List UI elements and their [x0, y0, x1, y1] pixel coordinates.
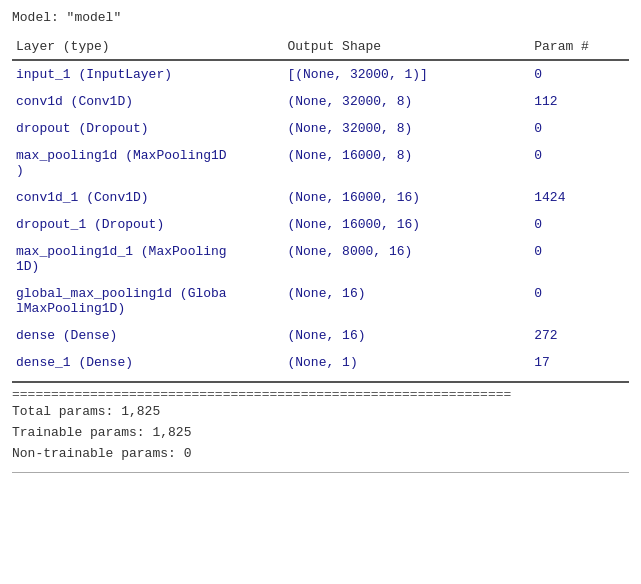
table-row: max_pooling1d_1 (MaxPooling 1D)(None, 80… — [12, 239, 629, 279]
table-row: max_pooling1d (MaxPooling1D )(None, 1600… — [12, 143, 629, 183]
table-row: dropout (Dropout)(None, 32000, 8)0 — [12, 116, 629, 141]
cell-param: 0 — [530, 281, 629, 321]
cell-output: (None, 16000, 8) — [283, 143, 530, 183]
table-row: input_1 (InputLayer)[(None, 32000, 1)]0 — [12, 62, 629, 87]
cell-output: (None, 32000, 8) — [283, 89, 530, 114]
cell-param: 112 — [530, 89, 629, 114]
cell-layer: conv1d (Conv1D) — [12, 89, 283, 114]
cell-output: (None, 16000, 16) — [283, 185, 530, 210]
cell-output: (None, 16000, 16) — [283, 212, 530, 237]
summary-section: ========================================… — [12, 381, 629, 464]
model-table: Layer (type) Output Shape Param # input_… — [12, 35, 629, 375]
table-row: conv1d (Conv1D)(None, 32000, 8)112 — [12, 89, 629, 114]
cell-layer: dense_1 (Dense) — [12, 350, 283, 375]
cell-param: 0 — [530, 212, 629, 237]
table-row: global_max_pooling1d (Globa lMaxPooling1… — [12, 281, 629, 321]
summary-separator-top: ========================================… — [12, 387, 629, 402]
cell-layer: global_max_pooling1d (Globa lMaxPooling1… — [12, 281, 283, 321]
table-row: dense (Dense)(None, 16)272 — [12, 323, 629, 348]
cell-output: (None, 1) — [283, 350, 530, 375]
cell-output: (None, 8000, 16) — [283, 239, 530, 279]
cell-layer: input_1 (InputLayer) — [12, 62, 283, 87]
cell-layer: max_pooling1d (MaxPooling1D ) — [12, 143, 283, 183]
cell-layer: dense (Dense) — [12, 323, 283, 348]
cell-param: 0 — [530, 143, 629, 183]
cell-param: 0 — [530, 239, 629, 279]
cell-param: 1424 — [530, 185, 629, 210]
cell-layer: dropout (Dropout) — [12, 116, 283, 141]
trainable-params: Trainable params: 1,825 — [12, 423, 629, 444]
bottom-separator — [12, 472, 629, 473]
cell-output: (None, 32000, 8) — [283, 116, 530, 141]
cell-param: 272 — [530, 323, 629, 348]
total-params: Total params: 1,825 — [12, 402, 629, 423]
table-row: dropout_1 (Dropout)(None, 16000, 16)0 — [12, 212, 629, 237]
table-row: conv1d_1 (Conv1D)(None, 16000, 16)1424 — [12, 185, 629, 210]
table-header-row: Layer (type) Output Shape Param # — [12, 35, 629, 58]
cell-layer: max_pooling1d_1 (MaxPooling 1D) — [12, 239, 283, 279]
cell-param: 0 — [530, 62, 629, 87]
non-trainable-params: Non-trainable params: 0 — [12, 444, 629, 465]
header-layer: Layer (type) — [12, 35, 283, 58]
cell-output: (None, 16) — [283, 323, 530, 348]
cell-param: 17 — [530, 350, 629, 375]
cell-layer: conv1d_1 (Conv1D) — [12, 185, 283, 210]
cell-output: (None, 16) — [283, 281, 530, 321]
model-title: Model: "model" — [12, 10, 629, 25]
header-output: Output Shape — [283, 35, 530, 58]
cell-output: [(None, 32000, 1)] — [283, 62, 530, 87]
cell-layer: dropout_1 (Dropout) — [12, 212, 283, 237]
table-row: dense_1 (Dense)(None, 1)17 — [12, 350, 629, 375]
header-param: Param # — [530, 35, 629, 58]
cell-param: 0 — [530, 116, 629, 141]
